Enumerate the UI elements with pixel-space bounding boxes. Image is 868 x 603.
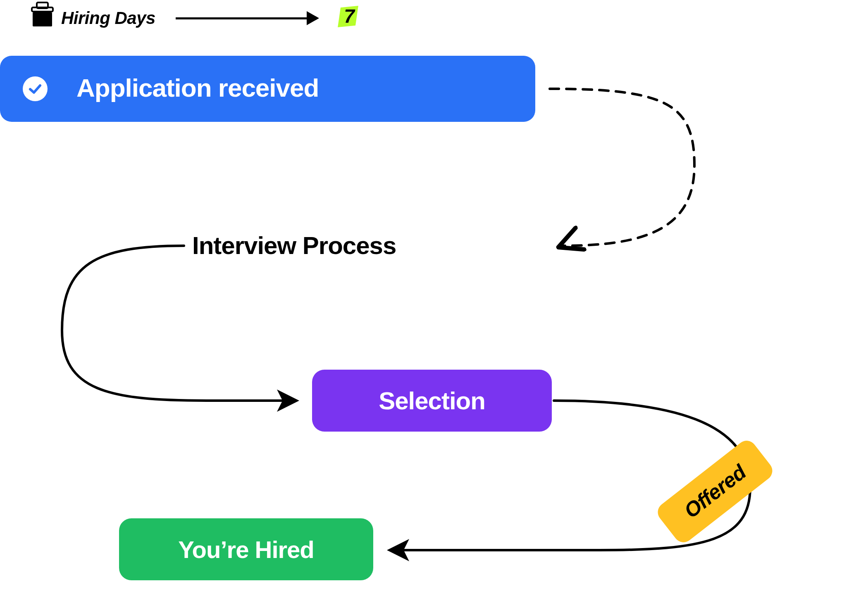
connector-interview-to-selection	[62, 246, 296, 401]
briefcase-icon	[31, 2, 54, 29]
step-offered-label: Offered	[680, 460, 751, 523]
connector-application-to-interview	[550, 89, 694, 247]
check-circle-icon	[23, 76, 48, 101]
hiring-flow-diagram: Hiring Days 7 Application received	[0, 0, 868, 603]
step-offered: Offered	[654, 437, 776, 546]
svg-rect-2	[33, 12, 52, 26]
hiring-days-label: Hiring Days	[61, 8, 155, 28]
step-application-received-label: Application received	[76, 73, 319, 102]
step-selection: Selection	[312, 370, 552, 432]
step-selection-label: Selection	[379, 387, 485, 415]
svg-rect-1	[32, 7, 53, 12]
step-hired: You’re Hired	[119, 518, 373, 580]
step-hired-label: You’re Hired	[178, 536, 314, 563]
step-application-received: Application received	[0, 56, 535, 122]
arrow-right-icon	[176, 17, 318, 19]
hiring-days-value-badge: 7	[337, 4, 362, 29]
step-interview-process: Interview Process	[192, 231, 396, 260]
hiring-days-value: 7	[337, 4, 362, 28]
